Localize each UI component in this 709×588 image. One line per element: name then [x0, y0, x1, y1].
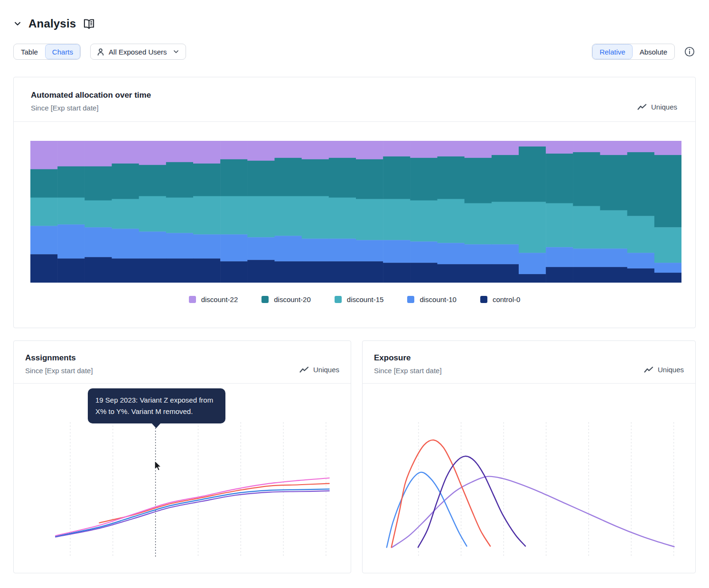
legend-swatch [261, 296, 269, 303]
legend-label: discount-10 [420, 295, 457, 303]
tab-charts[interactable]: Charts [45, 44, 80, 59]
toolbar-right: Relative Absolute [592, 44, 696, 60]
page-title: Analysis [28, 17, 76, 30]
legend-item-discount-15[interactable]: discount-15 [335, 295, 384, 303]
allocation-card-header: Automated allocation over time Since [Ex… [14, 77, 695, 122]
audience-dropdown-label: All Exposed Users [109, 48, 167, 56]
legend-swatch [335, 296, 342, 303]
assignments-card-title: Assignments [25, 353, 93, 363]
exposure-card-header: Exposure Since [Exp start date] Uniques [363, 341, 695, 384]
info-icon[interactable] [683, 46, 696, 58]
docs-book-icon[interactable] [83, 18, 95, 30]
allocation-card-subtitle: Since [Exp start date] [31, 104, 151, 112]
page-header: Analysis [13, 0, 696, 30]
legend-item-control-0[interactable]: control-0 [480, 295, 520, 303]
legend-swatch [189, 296, 196, 303]
allocation-legend: discount-22discount-20discount-15discoun… [14, 295, 695, 303]
allocation-metric: Uniques [637, 103, 677, 112]
legend-label: control-0 [493, 295, 520, 303]
legend-label: discount-22 [201, 295, 238, 303]
allocation-card-title: Automated allocation over time [31, 91, 151, 100]
mouse-cursor-icon [152, 459, 163, 474]
legend-swatch [407, 296, 414, 303]
toggle-absolute[interactable]: Absolute [633, 44, 674, 59]
assignments-metric-label: Uniques [313, 366, 339, 374]
legend-item-discount-20[interactable]: discount-20 [261, 295, 311, 303]
exposure-metric-label: Uniques [658, 366, 684, 374]
trend-line-icon [299, 366, 309, 373]
assignments-card-subtitle: Since [Exp start date] [25, 367, 93, 375]
allocation-metric-label: Uniques [651, 103, 677, 111]
legend-swatch [480, 296, 487, 303]
toolbar: Table Charts All Exposed Users Relative … [13, 44, 696, 60]
trend-line-icon [637, 103, 647, 110]
legend-item-discount-22[interactable]: discount-22 [189, 295, 238, 303]
chevron-down-icon [173, 49, 179, 55]
bottom-row: Assignments Since [Exp start date] Uniqu… [13, 340, 696, 573]
assignments-card-header: Assignments Since [Exp start date] Uniqu… [14, 341, 351, 384]
legend-item-discount-10[interactable]: discount-10 [407, 295, 457, 303]
toggle-relative[interactable]: Relative [592, 44, 632, 59]
allocation-stacked-chart[interactable] [30, 141, 681, 283]
legend-label: discount-15 [347, 295, 384, 303]
assignments-metric: Uniques [299, 366, 339, 375]
person-icon [97, 48, 104, 56]
tab-table[interactable]: Table [14, 44, 45, 59]
exposure-metric: Uniques [644, 366, 684, 375]
allocation-card: Automated allocation over time Since [Ex… [13, 77, 696, 328]
view-mode-tabs: Table Charts [13, 44, 81, 60]
exposure-card-subtitle: Since [Exp start date] [374, 367, 442, 375]
exposure-card: Exposure Since [Exp start date] Uniques [362, 340, 696, 573]
assignments-card: Assignments Since [Exp start date] Uniqu… [13, 340, 351, 573]
allocation-chart-area[interactable] [14, 122, 695, 283]
annotation-tooltip: 19 Sep 2023: Variant Z exposed from X% t… [88, 388, 225, 423]
collapse-chevron-icon[interactable] [13, 19, 22, 28]
legend-label: discount-20 [274, 295, 311, 303]
exposure-card-title: Exposure [374, 353, 442, 363]
analysis-page: Analysis Table Charts All Exposed Users [0, 0, 709, 573]
audience-dropdown[interactable]: All Exposed Users [90, 44, 186, 60]
trend-line-icon [644, 366, 653, 373]
relative-absolute-toggle: Relative Absolute [592, 44, 675, 60]
